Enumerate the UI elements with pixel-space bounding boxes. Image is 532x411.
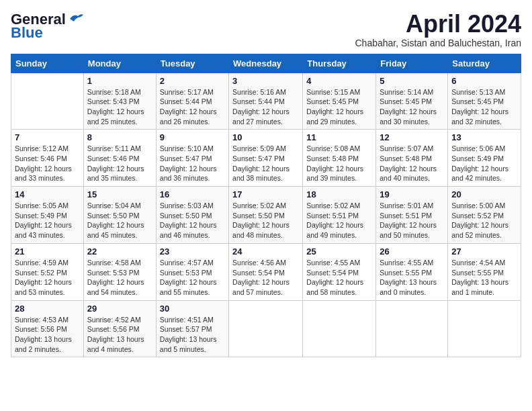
- logo: General Blue: [11, 11, 83, 42]
- day-number: 30: [160, 304, 225, 314]
- day-info: Sunrise: 5:10 AM Sunset: 5:47 PM Dayligh…: [160, 144, 225, 183]
- day-number: 3: [232, 76, 299, 86]
- calendar-table: SundayMondayTuesdayWednesdayThursdayFrid…: [11, 54, 521, 358]
- day-info: Sunrise: 5:07 AM Sunset: 5:48 PM Dayligh…: [380, 144, 444, 183]
- logo-blue: Blue: [11, 24, 43, 42]
- day-info: Sunrise: 5:18 AM Sunset: 5:43 PM Dayligh…: [87, 87, 152, 127]
- calendar-cell: 30Sunrise: 4:51 AM Sunset: 5:57 PM Dayli…: [156, 300, 228, 357]
- day-number: 8: [87, 132, 152, 142]
- day-info: Sunrise: 5:08 AM Sunset: 5:48 PM Dayligh…: [306, 144, 372, 183]
- calendar-cell: 8Sunrise: 5:11 AM Sunset: 5:46 PM Daylig…: [83, 130, 156, 187]
- day-number: 26: [380, 246, 444, 257]
- day-number: 23: [160, 246, 225, 257]
- calendar-cell: 1Sunrise: 5:18 AM Sunset: 5:43 PM Daylig…: [83, 73, 156, 130]
- calendar-week-row: 28Sunrise: 4:53 AM Sunset: 5:56 PM Dayli…: [11, 300, 521, 357]
- day-number: 12: [380, 132, 444, 142]
- day-info: Sunrise: 4:59 AM Sunset: 5:52 PM Dayligh…: [15, 258, 80, 298]
- calendar-week-row: 7Sunrise: 5:12 AM Sunset: 5:46 PM Daylig…: [11, 130, 521, 187]
- calendar-cell: [376, 300, 448, 357]
- day-number: 4: [306, 76, 372, 86]
- day-info: Sunrise: 5:02 AM Sunset: 5:51 PM Dayligh…: [306, 201, 372, 240]
- day-number: 11: [306, 132, 372, 142]
- header-tuesday: Tuesday: [156, 54, 228, 73]
- calendar-cell: 20Sunrise: 5:00 AM Sunset: 5:52 PM Dayli…: [448, 187, 521, 244]
- month-title: April 2024: [355, 11, 521, 38]
- calendar-cell: 19Sunrise: 5:01 AM Sunset: 5:51 PM Dayli…: [376, 187, 448, 244]
- day-number: 5: [380, 76, 444, 86]
- calendar-cell: 2Sunrise: 5:17 AM Sunset: 5:44 PM Daylig…: [156, 73, 228, 130]
- calendar-cell: 28Sunrise: 4:53 AM Sunset: 5:56 PM Dayli…: [11, 300, 84, 357]
- calendar-cell: 3Sunrise: 5:16 AM Sunset: 5:44 PM Daylig…: [229, 73, 303, 130]
- day-info: Sunrise: 4:57 AM Sunset: 5:53 PM Dayligh…: [160, 258, 225, 298]
- calendar-cell: 25Sunrise: 4:55 AM Sunset: 5:54 PM Dayli…: [303, 243, 376, 300]
- calendar-week-row: 21Sunrise: 4:59 AM Sunset: 5:52 PM Dayli…: [11, 243, 521, 300]
- calendar-cell: 6Sunrise: 5:13 AM Sunset: 5:45 PM Daylig…: [448, 73, 521, 130]
- header-monday: Monday: [83, 54, 156, 73]
- day-number: 10: [232, 132, 299, 142]
- calendar-cell: 5Sunrise: 5:14 AM Sunset: 5:45 PM Daylig…: [376, 73, 448, 130]
- day-info: Sunrise: 4:58 AM Sunset: 5:53 PM Dayligh…: [87, 258, 152, 298]
- calendar-header-row: SundayMondayTuesdayWednesdayThursdayFrid…: [11, 54, 521, 73]
- day-info: Sunrise: 5:09 AM Sunset: 5:47 PM Dayligh…: [232, 144, 299, 183]
- day-number: 25: [306, 246, 372, 257]
- location-subtitle: Chabahar, Sistan and Baluchestan, Iran: [355, 38, 521, 48]
- day-info: Sunrise: 5:12 AM Sunset: 5:46 PM Dayligh…: [15, 144, 80, 183]
- header-friday: Friday: [376, 54, 448, 73]
- day-number: 21: [15, 246, 80, 257]
- day-number: 22: [87, 246, 152, 257]
- calendar-cell: 9Sunrise: 5:10 AM Sunset: 5:47 PM Daylig…: [156, 130, 228, 187]
- header-wednesday: Wednesday: [229, 54, 303, 73]
- day-number: 15: [87, 189, 152, 199]
- calendar-cell: 24Sunrise: 4:56 AM Sunset: 5:54 PM Dayli…: [229, 243, 303, 300]
- calendar-cell: 14Sunrise: 5:05 AM Sunset: 5:49 PM Dayli…: [11, 187, 84, 244]
- calendar-cell: 22Sunrise: 4:58 AM Sunset: 5:53 PM Dayli…: [83, 243, 156, 300]
- day-info: Sunrise: 4:52 AM Sunset: 5:56 PM Dayligh…: [87, 315, 152, 355]
- calendar-cell: 10Sunrise: 5:09 AM Sunset: 5:47 PM Dayli…: [229, 130, 303, 187]
- calendar-cell: 15Sunrise: 5:04 AM Sunset: 5:50 PM Dayli…: [83, 187, 156, 244]
- calendar-cell: 13Sunrise: 5:06 AM Sunset: 5:49 PM Dayli…: [448, 130, 521, 187]
- calendar-cell: 21Sunrise: 4:59 AM Sunset: 5:52 PM Dayli…: [11, 243, 84, 300]
- day-number: 19: [380, 189, 444, 199]
- calendar-cell: 4Sunrise: 5:15 AM Sunset: 5:45 PM Daylig…: [303, 73, 376, 130]
- day-number: 6: [451, 76, 517, 86]
- header-thursday: Thursday: [303, 54, 376, 73]
- calendar-cell: [229, 300, 303, 357]
- day-info: Sunrise: 4:54 AM Sunset: 5:55 PM Dayligh…: [451, 258, 517, 298]
- day-number: 16: [160, 189, 225, 199]
- day-info: Sunrise: 4:55 AM Sunset: 5:54 PM Dayligh…: [306, 258, 372, 298]
- day-info: Sunrise: 5:02 AM Sunset: 5:50 PM Dayligh…: [232, 201, 299, 240]
- day-info: Sunrise: 5:05 AM Sunset: 5:49 PM Dayligh…: [15, 201, 80, 240]
- day-number: 24: [232, 246, 299, 257]
- day-info: Sunrise: 5:14 AM Sunset: 5:45 PM Dayligh…: [380, 87, 444, 127]
- day-info: Sunrise: 4:51 AM Sunset: 5:57 PM Dayligh…: [160, 315, 225, 355]
- calendar-cell: 27Sunrise: 4:54 AM Sunset: 5:55 PM Dayli…: [448, 243, 521, 300]
- day-info: Sunrise: 4:56 AM Sunset: 5:54 PM Dayligh…: [232, 258, 299, 298]
- day-number: 9: [160, 132, 225, 142]
- day-info: Sunrise: 5:13 AM Sunset: 5:45 PM Dayligh…: [451, 87, 517, 127]
- calendar-cell: 11Sunrise: 5:08 AM Sunset: 5:48 PM Dayli…: [303, 130, 376, 187]
- day-info: Sunrise: 5:03 AM Sunset: 5:50 PM Dayligh…: [160, 201, 225, 240]
- day-number: 13: [451, 132, 517, 142]
- day-info: Sunrise: 5:06 AM Sunset: 5:49 PM Dayligh…: [451, 144, 517, 183]
- day-info: Sunrise: 5:04 AM Sunset: 5:50 PM Dayligh…: [87, 201, 152, 240]
- day-info: Sunrise: 5:00 AM Sunset: 5:52 PM Dayligh…: [451, 201, 517, 240]
- calendar-cell: 26Sunrise: 4:55 AM Sunset: 5:55 PM Dayli…: [376, 243, 448, 300]
- calendar-cell: 23Sunrise: 4:57 AM Sunset: 5:53 PM Dayli…: [156, 243, 228, 300]
- calendar-week-row: 14Sunrise: 5:05 AM Sunset: 5:49 PM Dayli…: [11, 187, 521, 244]
- day-number: 1: [87, 76, 152, 86]
- calendar-cell: 17Sunrise: 5:02 AM Sunset: 5:50 PM Dayli…: [229, 187, 303, 244]
- day-number: 2: [160, 76, 225, 86]
- day-info: Sunrise: 5:16 AM Sunset: 5:44 PM Dayligh…: [232, 87, 299, 127]
- day-number: 17: [232, 189, 299, 199]
- calendar-cell: 29Sunrise: 4:52 AM Sunset: 5:56 PM Dayli…: [83, 300, 156, 357]
- title-block: April 2024 Chabahar, Sistan and Baluches…: [355, 11, 521, 48]
- page-header: General Blue April 2024 Chabahar, Sistan…: [11, 11, 521, 48]
- day-number: 7: [15, 132, 80, 142]
- day-info: Sunrise: 5:01 AM Sunset: 5:51 PM Dayligh…: [380, 201, 444, 240]
- day-number: 29: [87, 304, 152, 314]
- calendar-cell: 16Sunrise: 5:03 AM Sunset: 5:50 PM Dayli…: [156, 187, 228, 244]
- day-number: 20: [451, 189, 517, 199]
- calendar-cell: [448, 300, 521, 357]
- calendar-cell: [11, 73, 84, 130]
- day-number: 18: [306, 189, 372, 199]
